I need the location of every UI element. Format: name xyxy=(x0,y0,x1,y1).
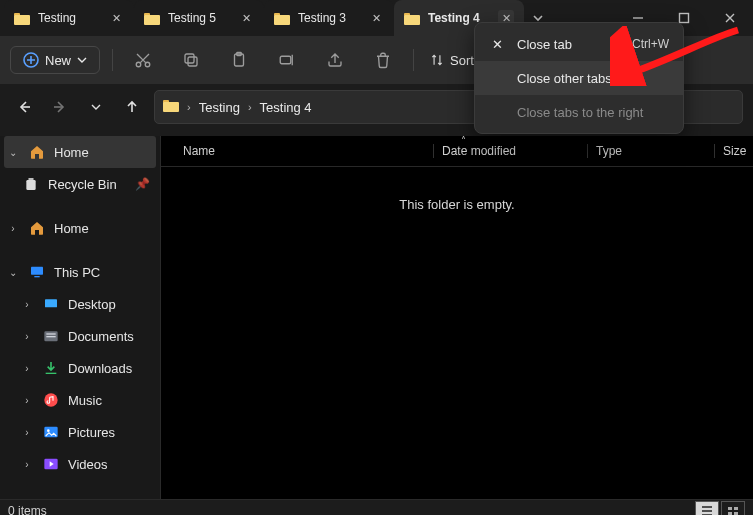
folder-icon xyxy=(14,12,30,25)
delete-icon[interactable] xyxy=(365,42,401,78)
menu-close-tab[interactable]: ✕ Close tab Ctrl+W xyxy=(475,27,683,61)
sidebar-item-downloads[interactable]: › Downloads xyxy=(0,352,160,384)
status-bar: 0 items xyxy=(0,499,753,515)
sidebar-label: Pictures xyxy=(68,425,115,440)
svg-rect-35 xyxy=(728,507,732,510)
nav-back-button[interactable] xyxy=(10,93,38,121)
pin-icon[interactable]: 📌 xyxy=(135,177,150,191)
column-type[interactable]: Type xyxy=(587,144,714,158)
sidebar-label: Music xyxy=(68,393,102,408)
videos-icon xyxy=(42,457,60,471)
status-item-count: 0 items xyxy=(8,504,47,515)
svg-point-13 xyxy=(145,62,150,67)
view-details-button[interactable] xyxy=(695,501,719,515)
separator xyxy=(413,49,414,71)
tab-close-icon[interactable]: ✕ xyxy=(108,10,124,26)
documents-icon xyxy=(42,329,60,343)
chevron-down-icon[interactable]: ⌄ xyxy=(6,267,20,278)
chevron-right-icon[interactable]: › xyxy=(20,395,34,406)
folder-icon xyxy=(163,99,179,115)
sidebar-item-home-2[interactable]: › Home xyxy=(0,212,160,244)
sidebar-item-this-pc[interactable]: ⌄ This PC xyxy=(0,256,160,288)
rename-icon[interactable] xyxy=(269,42,305,78)
sidebar-label: Desktop xyxy=(68,297,116,312)
folder-icon xyxy=(404,12,420,25)
menu-label: Close other tabs xyxy=(517,71,612,86)
tab-testing5[interactable]: Testing 5 ✕ xyxy=(134,0,264,36)
svg-point-32 xyxy=(47,429,50,432)
new-button-label: New xyxy=(45,53,71,68)
sidebar-label: Home xyxy=(54,145,89,160)
column-label: Type xyxy=(596,144,622,158)
nav-recent-chevron[interactable] xyxy=(82,93,110,121)
svg-rect-14 xyxy=(188,57,197,66)
tab-testing3[interactable]: Testing 3 ✕ xyxy=(264,0,394,36)
svg-rect-8 xyxy=(404,15,420,25)
sidebar-label: Videos xyxy=(68,457,108,472)
paste-icon[interactable] xyxy=(221,42,257,78)
chevron-right-icon[interactable]: › xyxy=(20,363,34,374)
nav-up-button[interactable] xyxy=(118,93,146,121)
column-size[interactable]: Size xyxy=(714,144,753,158)
sidebar-item-desktop[interactable]: › Desktop xyxy=(0,288,160,320)
home-icon xyxy=(28,144,46,160)
breadcrumb-seg-2[interactable]: Testing 4 xyxy=(260,100,312,115)
tab-testing[interactable]: Testing ✕ xyxy=(4,0,134,36)
folder-icon xyxy=(144,12,160,25)
new-button[interactable]: New xyxy=(10,46,100,74)
svg-rect-21 xyxy=(26,180,35,190)
chevron-down-icon[interactable]: ⌄ xyxy=(6,147,20,158)
svg-rect-28 xyxy=(46,336,55,337)
window-close-button[interactable] xyxy=(707,0,753,36)
empty-folder-message: This folder is empty. xyxy=(161,197,753,212)
sidebar-item-documents[interactable]: › Documents xyxy=(0,320,160,352)
tab-context-menu: ✕ Close tab Ctrl+W Close other tabs Clos… xyxy=(474,22,684,134)
svg-rect-18 xyxy=(280,56,291,64)
address-box[interactable]: › Testing › Testing 4 xyxy=(154,90,509,124)
nav-forward-button[interactable] xyxy=(46,93,74,121)
svg-rect-10 xyxy=(680,14,689,23)
share-icon[interactable] xyxy=(317,42,353,78)
close-icon: ✕ xyxy=(489,37,505,52)
svg-rect-25 xyxy=(45,299,57,307)
tab-close-icon[interactable]: ✕ xyxy=(238,10,254,26)
column-label: Size xyxy=(723,144,746,158)
chevron-right-icon[interactable]: › xyxy=(20,427,34,438)
column-date-modified[interactable]: Date modified xyxy=(433,144,587,158)
svg-rect-24 xyxy=(34,276,39,277)
view-large-icons-button[interactable] xyxy=(721,501,745,515)
sidebar-item-home[interactable]: ⌄ Home xyxy=(4,136,156,168)
sidebar-label: Downloads xyxy=(68,361,132,376)
sort-icon xyxy=(430,53,444,67)
menu-close-tabs-right: Close tabs to the right xyxy=(475,95,683,129)
sidebar-label: Recycle Bin xyxy=(48,177,117,192)
menu-label: Close tabs to the right xyxy=(517,105,643,120)
chevron-right-icon[interactable]: › xyxy=(20,459,34,470)
sidebar-item-videos[interactable]: › Videos xyxy=(0,448,160,480)
svg-rect-27 xyxy=(46,333,55,334)
chevron-right-icon: › xyxy=(246,101,254,113)
tab-close-icon[interactable]: ✕ xyxy=(368,10,384,26)
separator xyxy=(112,49,113,71)
copy-icon[interactable] xyxy=(173,42,209,78)
chevron-right-icon[interactable]: › xyxy=(6,223,20,234)
chevron-right-icon[interactable]: › xyxy=(20,299,34,310)
tab-label: Testing 3 xyxy=(298,11,360,25)
recycle-bin-icon xyxy=(22,176,40,192)
menu-close-other-tabs[interactable]: Close other tabs xyxy=(475,61,683,95)
downloads-icon xyxy=(42,360,60,376)
sidebar-item-recycle-bin[interactable]: Recycle Bin 📌 xyxy=(0,168,160,200)
chevron-down-icon xyxy=(77,55,87,65)
content-pane: Name ˄ Date modified Type Size This fold… xyxy=(161,136,753,499)
svg-rect-22 xyxy=(28,178,33,180)
cut-icon[interactable] xyxy=(125,42,161,78)
chevron-right-icon[interactable]: › xyxy=(20,331,34,342)
column-name[interactable]: Name xyxy=(161,144,433,158)
monitor-icon xyxy=(28,264,46,280)
plus-circle-icon xyxy=(23,52,39,68)
breadcrumb-seg-1[interactable]: Testing xyxy=(199,100,240,115)
home-icon xyxy=(28,220,46,236)
sidebar-item-pictures[interactable]: › Pictures xyxy=(0,416,160,448)
svg-point-12 xyxy=(136,62,141,67)
sidebar-item-music[interactable]: › Music xyxy=(0,384,160,416)
